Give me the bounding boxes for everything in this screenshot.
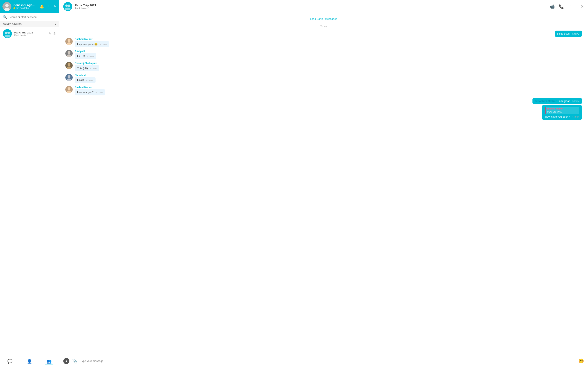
rashmi-bubble-wrap-1: Rashmi Mathur Hey everyone 😊 5:13PM — [75, 38, 109, 47]
sidebar-footer: 💬 👤 👥 — [0, 356, 59, 367]
msg-text: This (Hii) — [77, 67, 88, 70]
bubble-hi-ameya: Hi....!!! 5:13PM — [75, 53, 96, 59]
user-name: Sonakshi Aga... — [13, 3, 38, 7]
rashmi-avatar-2 — [65, 86, 73, 93]
msg-time: 5:13PM — [100, 43, 107, 46]
message-input[interactable] — [80, 359, 576, 363]
svg-point-10 — [65, 8, 71, 10]
chat-avatar — [63, 2, 72, 11]
svg-point-21 — [68, 75, 70, 78]
msg-text: How have you been? — [545, 115, 570, 118]
scroll-up-button[interactable]: ▲ — [63, 358, 69, 364]
groups-tab-icon[interactable]: 👥 — [45, 358, 53, 365]
user-status: I'm available — [13, 7, 38, 9]
close-icon[interactable]: ✕ — [580, 4, 584, 9]
sidebar-header: Sonakshi Aga... I'm available 🔔 ⋮ ✎ — [0, 0, 59, 13]
msg-sender-rashmi-1: Rashmi Mathur — [75, 38, 109, 41]
bubble-dhanraj: This (Hii) 5:13PM — [75, 65, 99, 71]
group-actions: ✎ 🗑 — [49, 32, 56, 35]
chat-header: Paris Trip 2021 Participants 1 📹 📞 ⋮ ✕ — [59, 0, 588, 13]
group-item-paris[interactable]: Paris Trip 2021 Participants: 1 ✎ 🗑 — [0, 27, 59, 40]
bubble-hello-guys: Hello guys! 5:13PM — [555, 31, 582, 37]
msg-text: Hey everyone 😊 — [77, 43, 98, 46]
svg-point-8 — [65, 4, 68, 7]
svg-point-24 — [68, 87, 70, 90]
message-hey-everyone: Rashmi Mathur Hey everyone 😊 5:13PM — [65, 38, 582, 47]
notification-icon[interactable]: 🔔 — [40, 4, 44, 9]
search-icon: 🔍 — [3, 15, 7, 19]
msg-time: 5:13PM — [87, 55, 94, 58]
msg-text: Hello guys! — [557, 32, 570, 35]
options-icon[interactable]: ⋮ — [568, 4, 572, 9]
msg-time: 5:13PM — [90, 67, 97, 70]
messages-area: Load Earlier Messages Today Hello guys! … — [59, 13, 588, 355]
message-hello-guys: Hello guys! 5:13PM — [555, 31, 582, 37]
group-avatar — [3, 29, 12, 38]
video-call-icon[interactable]: 📹 — [550, 4, 555, 9]
msg-time: 5:13PM — [86, 80, 93, 82]
reply-quote: Rashmi Mathur How are you? — [545, 107, 579, 114]
msg-text: How are you? — [77, 91, 94, 94]
voice-call-icon[interactable]: 📞 — [559, 4, 564, 9]
attach-icon[interactable]: 📎 — [72, 359, 77, 364]
chat-header-actions: 📹 📞 ⋮ ✕ — [550, 4, 584, 9]
dhanraj-avatar — [65, 62, 73, 69]
shoaib-avatar — [65, 74, 73, 81]
dhanraj-bubble-wrap: Dhanraj Shahapure This (Hii) 5:13PM — [75, 62, 99, 71]
sidebar: Sonakshi Aga... I'm available 🔔 ⋮ ✎ 🔍 JO… — [0, 0, 59, 367]
svg-point-15 — [68, 51, 70, 54]
message-how-have-you-been: Rashmi Mathur How are you? How have you … — [542, 105, 582, 120]
bubble-hey-everyone: Hey everyone 😊 5:13PM — [75, 41, 109, 47]
mention-rashmi: @Rashmi Mathur — [535, 100, 557, 103]
groups-section: JOINED GROUPS ▾ Paris Trip 2021 Particip… — [0, 21, 59, 356]
svg-point-4 — [5, 32, 7, 34]
chevron-down-icon: ▾ — [55, 23, 56, 25]
groups-header[interactable]: JOINED GROUPS ▾ — [0, 21, 59, 27]
msg-text: i am great! — [558, 100, 570, 103]
reply-bubble: Rashmi Mathur How are you? How have you … — [542, 105, 582, 120]
reply-quote-sender: Rashmi Mathur — [547, 108, 577, 110]
msg-sender-ameya: Ameya K — [75, 50, 96, 53]
emoji-icon[interactable]: 😊 — [579, 359, 584, 364]
group-info: Paris Trip 2021 Participants: 1 — [14, 31, 46, 36]
search-bar: 🔍 — [0, 13, 59, 21]
user-avatar — [2, 2, 11, 11]
chat-title: Paris Trip 2021 — [75, 3, 550, 7]
contacts-tab-icon[interactable]: 👤 — [25, 358, 34, 365]
msg-time: 5:13PM — [95, 92, 103, 94]
user-info: Sonakshi Aga... I'm available — [13, 3, 38, 9]
svg-point-5 — [7, 32, 10, 34]
edit-icon[interactable]: ✎ — [49, 32, 52, 35]
msg-sender-shoaib: Shoaib M — [75, 74, 95, 77]
msg-text: Hi All! — [77, 79, 84, 82]
svg-point-6 — [4, 35, 10, 38]
rashmi-avatar-1 — [65, 38, 73, 45]
chat-input-area: ▲ 📎 😊 — [59, 355, 588, 367]
svg-point-1 — [5, 4, 9, 7]
header-divider — [576, 4, 576, 9]
chat-participants-count: Participants 1 — [75, 7, 550, 10]
search-input[interactable] — [9, 16, 56, 18]
msg-text: Hi....!!! — [77, 55, 85, 58]
msg-sender-rashmi-2: Rashmi Mathur — [75, 86, 105, 89]
compose-icon[interactable]: ✎ — [53, 4, 57, 9]
message-i-am-great: @Rashmi Mathur i am great! 5:13PM — [532, 98, 582, 104]
group-name: Paris Trip 2021 — [14, 31, 46, 34]
group-participants: Participants: 1 — [14, 34, 46, 36]
bubble-shoaib: Hi All! 5:13PM — [75, 77, 95, 83]
chat-tab-icon[interactable]: 💬 — [6, 358, 14, 365]
message-rashmi-how: Rashmi Mathur How are you? 5:13PM — [65, 86, 582, 95]
delete-icon[interactable]: 🗑 — [53, 32, 56, 35]
svg-point-12 — [68, 39, 70, 42]
svg-point-9 — [68, 4, 70, 7]
load-earlier-button[interactable]: Load Earlier Messages — [65, 17, 582, 20]
ameya-bubble-wrap: Ameya K Hi....!!! 5:13PM — [75, 50, 96, 59]
more-icon[interactable]: ⋮ — [47, 4, 51, 9]
header-icons: 🔔 ⋮ ✎ — [40, 4, 57, 9]
ameya-avatar — [65, 50, 73, 57]
message-shoaib: Shoaib M Hi All! 5:13PM — [65, 74, 582, 83]
reply-quote-text: How are you? — [547, 110, 577, 113]
chat-header-info: Paris Trip 2021 Participants 1 — [75, 3, 550, 10]
bubble-how-are-you: How are you? 5:13PM — [75, 89, 105, 95]
message-hi-ameya: Ameya K Hi....!!! 5:13PM — [65, 50, 582, 59]
